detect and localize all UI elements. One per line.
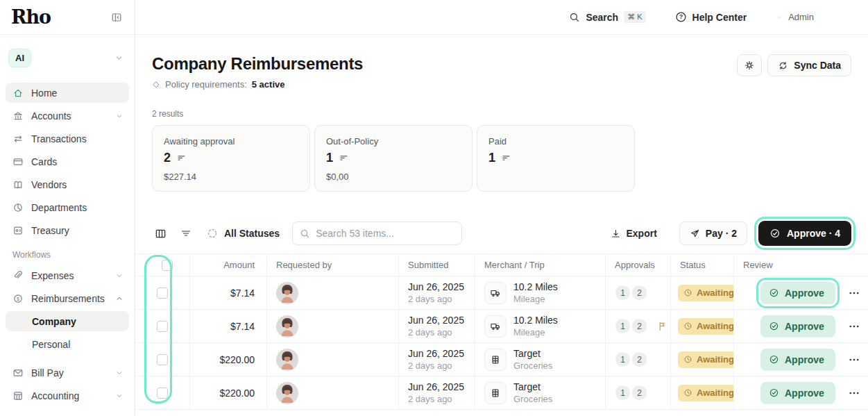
page-header: Company Reimbursements Policy requiremen… bbox=[135, 54, 868, 90]
more-dots-icon bbox=[849, 354, 860, 365]
approve-button[interactable]: Approve bbox=[760, 282, 835, 304]
row-checkbox[interactable] bbox=[157, 321, 168, 332]
status-filter-dropdown[interactable]: All Statuses bbox=[207, 228, 280, 239]
sidebar-header: Rho bbox=[0, 0, 135, 35]
envelope-icon bbox=[12, 367, 24, 378]
flag-icon bbox=[657, 321, 667, 331]
book-icon bbox=[12, 179, 24, 190]
sidebar-item-accounting[interactable]: Accounting bbox=[6, 385, 129, 406]
collapse-sidebar-button[interactable] bbox=[108, 9, 125, 26]
status-label: Awaiting Approval bbox=[697, 354, 733, 365]
approve-button[interactable]: Approve bbox=[760, 349, 835, 371]
sidebar-item-home[interactable]: Home bbox=[6, 83, 129, 103]
sidebar-item-label: Transactions bbox=[31, 133, 124, 144]
sidebar-item-accounts[interactable]: Accounts bbox=[6, 106, 129, 126]
user-menu[interactable]: Admin bbox=[776, 12, 814, 22]
table-row[interactable]: $220.00 Jun 26, 2025 2 days ago Target G… bbox=[135, 376, 868, 410]
approve-all-button[interactable]: Approve · 4 bbox=[758, 221, 851, 246]
sidebar-subitem-company[interactable]: Company bbox=[6, 311, 129, 331]
sidebar-item-reimbursements[interactable]: $ Reimbursements bbox=[6, 288, 129, 308]
status-filter-label: All Statuses bbox=[224, 228, 280, 239]
status-label: Awaiting Approval bbox=[697, 288, 733, 298]
header-checkbox-cell bbox=[135, 254, 189, 276]
submitted-date: Jun 26, 2025 bbox=[408, 281, 464, 292]
merchant-category: Mileage bbox=[513, 294, 558, 304]
sidebar-item-transactions[interactable]: Transactions bbox=[6, 128, 129, 149]
row-menu-button[interactable] bbox=[846, 285, 862, 301]
table-search-input[interactable] bbox=[316, 228, 454, 239]
chevron-down-icon bbox=[776, 14, 783, 21]
row-checkbox[interactable] bbox=[157, 388, 168, 399]
columns-icon bbox=[155, 228, 167, 240]
policy-value: 5 active bbox=[252, 79, 285, 90]
help-icon: ? bbox=[675, 11, 687, 23]
refund-icon: $ bbox=[12, 293, 24, 304]
table-row[interactable]: $7.14 Jun 26, 2025 2 days ago 10.2 Miles… bbox=[135, 276, 868, 310]
sidebar-subitem-personal[interactable]: Personal bbox=[6, 334, 129, 354]
row-checkbox[interactable] bbox=[157, 354, 168, 365]
global-search-button[interactable]: Search ⌘ K bbox=[569, 11, 645, 23]
column-header-amount[interactable]: Amount bbox=[189, 254, 266, 276]
filter-lines-icon bbox=[180, 228, 192, 239]
row-menu-button[interactable] bbox=[846, 385, 862, 401]
export-label: Export bbox=[627, 228, 657, 239]
filter-button[interactable] bbox=[178, 225, 194, 242]
approve-label: Approve bbox=[785, 321, 824, 332]
export-button[interactable]: Export bbox=[611, 228, 657, 239]
svg-text:$: $ bbox=[17, 296, 19, 301]
column-header-requested-by[interactable]: Requested by bbox=[266, 254, 398, 276]
search-shortcut-badge: ⌘ K bbox=[624, 11, 645, 23]
more-dots-icon bbox=[849, 388, 860, 399]
column-header-submitted[interactable]: Submitted bbox=[398, 254, 475, 276]
sidebar-item-label: Accounts bbox=[31, 110, 108, 122]
sync-icon bbox=[778, 60, 788, 71]
sidebar-item-vendors[interactable]: Vendors bbox=[6, 174, 129, 194]
sidebar-item-bill-pay[interactable]: Bill Pay bbox=[6, 363, 129, 383]
clock-icon bbox=[683, 388, 692, 397]
row-menu-button[interactable] bbox=[846, 351, 862, 368]
column-header-review[interactable]: Review bbox=[733, 254, 868, 276]
amount-cell: $220.00 bbox=[189, 376, 266, 409]
stat-card-paid[interactable]: Paid 1 bbox=[477, 125, 635, 192]
sidebar-item-treasury[interactable]: Treasury bbox=[6, 220, 129, 240]
approve-button[interactable]: Approve bbox=[760, 382, 835, 404]
column-header-merchant[interactable]: Merchant / Trip bbox=[475, 254, 605, 276]
row-menu-button[interactable] bbox=[846, 318, 862, 335]
merchant-name: Target bbox=[513, 348, 552, 359]
submitted-date: Jun 26, 2025 bbox=[408, 348, 464, 359]
column-header-approvals[interactable]: Approvals bbox=[605, 254, 670, 276]
table-row[interactable]: $7.14 Jun 26, 2025 2 days ago 10.2 Miles… bbox=[135, 310, 868, 343]
approver-chip: 2 bbox=[632, 285, 647, 300]
settings-button[interactable] bbox=[737, 54, 762, 76]
sidebar-item-expenses[interactable]: Expenses bbox=[6, 265, 129, 285]
sidebar-item-label: Departments bbox=[31, 202, 124, 213]
home-icon bbox=[12, 88, 24, 99]
approve-label: Approve bbox=[785, 388, 824, 399]
sidebar-item-departments[interactable]: Departments bbox=[6, 197, 129, 217]
sidebar-item-cards[interactable]: Cards bbox=[6, 151, 129, 172]
sync-data-button[interactable]: Sync Data bbox=[767, 54, 851, 76]
column-header-status[interactable]: Status bbox=[670, 254, 733, 276]
row-checkbox[interactable] bbox=[157, 288, 168, 299]
select-all-checkbox[interactable] bbox=[162, 260, 173, 271]
filter-lines-icon bbox=[177, 153, 186, 163]
status-badge: Awaiting Approval bbox=[678, 285, 733, 301]
dashed-circle-icon bbox=[207, 228, 218, 239]
more-dots-icon bbox=[849, 321, 860, 332]
stat-card-out-of-policy[interactable]: Out-of-Policy 1 $0,00 bbox=[314, 125, 473, 192]
approve-button[interactable]: Approve bbox=[760, 315, 835, 338]
columns-button[interactable] bbox=[152, 225, 169, 242]
stat-card-awaiting-approval[interactable]: Awaiting approval 2 $227.14 bbox=[152, 125, 310, 192]
stat-count: 2 bbox=[164, 151, 171, 165]
ai-assistant-row[interactable]: AI bbox=[6, 49, 129, 67]
ai-badge[interactable]: AI bbox=[8, 49, 31, 67]
approver-chip: 2 bbox=[632, 319, 647, 333]
table-row[interactable]: $220.00 Jun 26, 2025 2 days ago Target G… bbox=[135, 343, 868, 376]
chevron-down-icon bbox=[115, 392, 124, 400]
help-center-button[interactable]: ? Help Center bbox=[675, 11, 747, 23]
pay-button[interactable]: Pay · 2 bbox=[679, 222, 747, 245]
transfer-icon bbox=[12, 133, 24, 144]
pie-icon bbox=[12, 202, 24, 213]
merchant-name: Target bbox=[513, 381, 552, 392]
submitted-ago: 2 days ago bbox=[408, 294, 452, 304]
